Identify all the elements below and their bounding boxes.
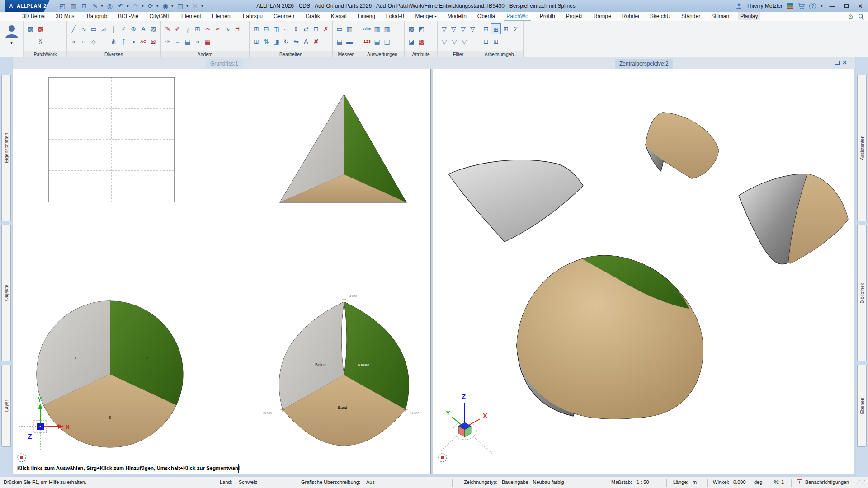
status-override-value[interactable]: Aus xyxy=(366,479,375,485)
line-icon[interactable]: ╱ xyxy=(69,23,79,34)
shopping-cart-icon[interactable] xyxy=(797,3,805,9)
project-open-icon[interactable]: ◰ xyxy=(58,1,67,11)
fillet-icon[interactable]: ╭ xyxy=(183,23,193,34)
grid-window-icon[interactable]: ⊞ xyxy=(491,36,501,47)
undo-icon[interactable]: ↶ xyxy=(116,1,125,11)
attribute-edit-icon[interactable]: ▩ xyxy=(416,36,426,47)
redo-icon[interactable]: ↷ xyxy=(131,1,140,11)
double-line-icon[interactable]: // xyxy=(118,23,128,34)
filter-type-icon[interactable]: ▽ xyxy=(439,36,449,47)
help-icon[interactable]: ? xyxy=(809,3,816,9)
palette-icon[interactable] xyxy=(787,3,793,9)
edit-document-icon[interactable]: ✎ xyxy=(90,1,99,11)
menu-item-oberfl-[interactable]: Oberflä xyxy=(475,12,497,20)
menu-item-sketchu[interactable]: SketchU xyxy=(648,12,673,20)
window-icon[interactable]: ⊞ xyxy=(481,23,491,34)
menu-item-projekt[interactable]: Projekt xyxy=(564,12,585,20)
viewport-perspective[interactable]: Z Y X xyxy=(433,69,854,474)
save-icon[interactable]: ⊟ xyxy=(80,1,89,11)
parallel-lines-icon[interactable]: ∥ xyxy=(108,23,118,34)
sum-icon[interactable]: Σ xyxy=(511,23,521,34)
extend-icon[interactable]: → xyxy=(173,36,183,47)
sidebar-tab-assistenten[interactable]: Assistenten xyxy=(857,75,867,221)
tab-zentralperspektive[interactable]: Zentralperspektive:2 xyxy=(615,59,673,69)
filter-icon[interactable]: ▽ xyxy=(439,23,449,34)
menu-item-3d-must[interactable]: 3D Must xyxy=(53,12,78,20)
filter-geo-icon[interactable]: ▽ xyxy=(449,36,459,47)
help-caret-icon[interactable]: ▼ xyxy=(820,5,823,8)
anchor-user-icon[interactable]: ⊡ xyxy=(481,36,491,47)
search-icon[interactable] xyxy=(858,14,864,20)
filter-sum-icon[interactable]: ▽ xyxy=(459,36,469,47)
sidebar-tab-eigenschaften[interactable]: Eigenschaften xyxy=(1,75,11,221)
viewport-close-icon[interactable]: ✕ xyxy=(842,60,847,65)
tab-grundriss[interactable]: Grundriss:1 xyxy=(206,59,243,69)
menu-item-3d-bema[interactable]: 3D Bema xyxy=(20,12,47,20)
undo-icon-caret[interactable]: ▼ xyxy=(126,5,129,8)
sidebar-tab-layer[interactable]: Layer xyxy=(1,365,11,447)
menu-item-bcf-vie[interactable]: BCF-Vie xyxy=(116,12,141,20)
hatch-icon[interactable]: ▨ xyxy=(148,23,158,34)
menu-item-rampe[interactable]: Rampe xyxy=(591,12,613,20)
menu-item-lokal-b[interactable]: Lokal-B xyxy=(384,12,407,20)
menu-item-fahrspu[interactable]: Fahrspu xyxy=(241,12,265,20)
ruler-icon[interactable]: ▭ xyxy=(335,23,344,34)
wave-icon[interactable]: ∿ xyxy=(222,23,232,34)
close-button[interactable]: ✕ xyxy=(855,3,865,9)
edit-note-icon[interactable]: ▤ xyxy=(183,36,193,47)
angle-icon[interactable]: ⊿ xyxy=(99,23,108,34)
settings-gear-icon[interactable]: ⚙ xyxy=(848,13,854,20)
menu-item-patchwo[interactable]: PatchWo xyxy=(504,12,531,21)
menu-item-geometr[interactable]: Geometr xyxy=(271,12,297,20)
patch-paragraph-icon[interactable]: § xyxy=(36,36,46,47)
resize-grip[interactable]: ⋰⋰ xyxy=(856,479,866,484)
search-document-icon[interactable]: ◎ xyxy=(105,1,114,11)
viewport-grundriss[interactable]: 1 3 5 Beton Rasen Sand -4.000 xyxy=(13,69,431,474)
stylus-icon[interactable]: ✐ xyxy=(173,23,183,34)
xref-icon[interactable]: ⊠ xyxy=(148,36,158,47)
half-box-icon[interactable]: ◨ xyxy=(271,36,281,47)
curve-icon[interactable]: ∫ xyxy=(118,36,128,47)
stretch-v-icon[interactable]: ⇕ xyxy=(291,23,301,34)
delete-icon[interactable]: ✗ xyxy=(321,23,331,34)
menu-item-stilman[interactable]: Stilman xyxy=(709,12,731,20)
ruler-vertical-icon[interactable]: ▥ xyxy=(344,23,354,34)
text-icon[interactable]: A xyxy=(138,23,148,34)
ruler-3d-icon[interactable]: ▬ xyxy=(344,36,354,47)
sidebar-tab-objekte[interactable]: Objekte xyxy=(1,225,11,361)
status-angle-value[interactable]: 0.000 xyxy=(733,479,746,485)
numbers-icon[interactable]: 123 xyxy=(362,36,372,47)
menu-item-element[interactable]: Element xyxy=(210,12,234,20)
menu-item-st-nder[interactable]: Ständer xyxy=(679,12,703,20)
menu-item-planlay[interactable]: Planlay xyxy=(738,12,760,20)
patch-edit-icon[interactable]: ▩ xyxy=(36,23,46,34)
status-notifications[interactable]: Benachrichtigungen xyxy=(805,479,849,485)
status-scale-value[interactable]: 1 : 50 xyxy=(637,479,649,485)
filter-edit-icon[interactable]: ▽ xyxy=(449,23,458,34)
menu-item-modelln[interactable]: Modelln xyxy=(445,12,469,20)
attribute-copy-icon[interactable]: ◪ xyxy=(406,36,416,47)
menu-item-mengen-[interactable]: Mengen- xyxy=(413,12,439,20)
abc-report-icon[interactable]: Abc xyxy=(362,23,372,34)
polygon-icon[interactable]: ◇ xyxy=(89,36,99,47)
point-icon[interactable]: ⊕ xyxy=(128,23,138,34)
notifications-icon[interactable]: ! xyxy=(797,479,802,486)
offset-icon[interactable]: ⋔ xyxy=(108,36,118,47)
menu-item-rohrlei[interactable]: Rohrlei xyxy=(620,12,642,20)
status-drawingtype-value[interactable]: Baueingabe - Neubau farbig xyxy=(502,479,564,485)
sidebar-tab-bibliothek[interactable]: Bibliothek xyxy=(857,225,867,361)
report-icon[interactable]: ▥ xyxy=(382,23,392,34)
brush-icon[interactable]: ✑ xyxy=(163,36,173,47)
status-percent[interactable]: %: 1 xyxy=(774,479,784,485)
attribute-patch-icon[interactable]: ▩ xyxy=(406,23,416,34)
height-icon[interactable]: H xyxy=(232,23,242,34)
avatar-panel[interactable]: ▼ xyxy=(0,21,24,57)
circle-icon[interactable]: ○ xyxy=(79,36,89,47)
rotate-icon[interactable]: ↻ xyxy=(281,36,291,47)
patch-create-icon[interactable]: ▩ xyxy=(26,23,36,34)
legend-icon[interactable]: ◫ xyxy=(382,36,392,47)
modify-pencil-icon[interactable]: ✎ xyxy=(163,23,173,34)
stretch-h-icon[interactable]: ⇔ xyxy=(281,23,291,34)
ruler-area-icon[interactable]: ▤ xyxy=(335,36,344,47)
rectangle-icon[interactable]: ▭ xyxy=(89,23,99,34)
